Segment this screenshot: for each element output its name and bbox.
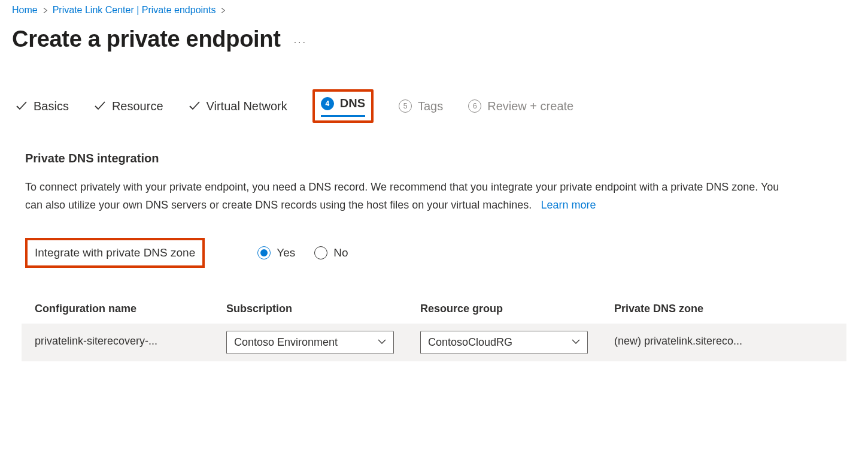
- tab-resource[interactable]: Resource: [94, 96, 163, 117]
- check-icon: [94, 100, 106, 112]
- tab-virtual-network-label: Virtual Network: [207, 99, 287, 113]
- breadcrumb-private-link-center[interactable]: Private Link Center | Private endpoints: [53, 5, 216, 16]
- dns-config-table: Configuration name Subscription Resource…: [22, 294, 846, 361]
- tab-virtual-network[interactable]: Virtual Network: [189, 96, 287, 117]
- section-description: To connect privately with your private e…: [25, 179, 779, 214]
- section-title: Private DNS integration: [25, 152, 843, 165]
- check-icon: [189, 100, 201, 112]
- radio-yes[interactable]: Yes: [257, 246, 295, 259]
- more-actions-button[interactable]: ···: [294, 31, 307, 48]
- tab-tags-label: Tags: [418, 99, 443, 113]
- breadcrumb-home-link[interactable]: Home: [12, 5, 38, 16]
- th-configuration-name: Configuration name: [22, 294, 213, 324]
- tab-review-create-label: Review + create: [487, 99, 573, 113]
- th-subscription: Subscription: [213, 294, 407, 324]
- radio-no[interactable]: No: [314, 246, 348, 259]
- tab-dns[interactable]: 4 DNS: [321, 93, 365, 117]
- dns-section: Private DNS integration To connect priva…: [12, 152, 856, 268]
- section-description-text: To connect privately with your private e…: [25, 181, 779, 211]
- breadcrumb: Home Private Link Center | Private endpo…: [12, 5, 856, 16]
- chevron-down-icon: [572, 336, 580, 349]
- subscription-dropdown-value: Contoso Environment: [234, 336, 338, 349]
- step-number-icon: 5: [399, 99, 412, 113]
- step-number-icon: 6: [468, 99, 481, 113]
- chevron-right-icon: [220, 6, 226, 15]
- learn-more-link[interactable]: Learn more: [541, 199, 596, 211]
- tab-tags[interactable]: 5 Tags: [399, 96, 443, 117]
- chevron-right-icon: [43, 6, 48, 15]
- cell-config-name: privatelink-siterecovery-...: [35, 335, 157, 348]
- subscription-dropdown[interactable]: Contoso Environment: [226, 331, 394, 354]
- tab-resource-label: Resource: [112, 99, 163, 113]
- cell-private-dns-zone: (new) privatelink.sitereco...: [614, 335, 742, 348]
- radio-no-label: No: [333, 246, 348, 259]
- table-row: privatelink-siterecovery-... Contoso Env…: [22, 324, 846, 361]
- integrate-dns-radiogroup: Yes No: [257, 246, 348, 259]
- wizard-tabs: Basics Resource Virtual Network 4 DNS 5 …: [12, 89, 856, 123]
- table-header-row: Configuration name Subscription Resource…: [22, 294, 846, 324]
- th-resource-group: Resource group: [407, 294, 601, 324]
- radio-yes-label: Yes: [277, 246, 295, 259]
- resource-group-dropdown-value: ContosoCloudRG: [428, 336, 512, 349]
- resource-group-dropdown[interactable]: ContosoCloudRG: [420, 331, 588, 354]
- tab-basics-label: Basics: [34, 99, 69, 113]
- chevron-down-icon: [378, 336, 386, 349]
- step-number-icon: 4: [321, 97, 334, 110]
- highlight-dns-tab: 4 DNS: [312, 89, 374, 123]
- tab-basics[interactable]: Basics: [16, 96, 69, 117]
- page-title: Create a private endpoint: [12, 26, 281, 52]
- tab-review-create[interactable]: 6 Review + create: [468, 96, 573, 117]
- radio-icon: [314, 246, 327, 259]
- check-icon: [16, 100, 28, 112]
- integrate-dns-label: Integrate with private DNS zone: [25, 238, 205, 268]
- integrate-dns-row: Integrate with private DNS zone Yes No: [25, 238, 843, 268]
- th-private-dns-zone: Private DNS zone: [601, 294, 846, 324]
- tab-dns-label: DNS: [340, 96, 365, 110]
- radio-icon: [257, 246, 271, 259]
- page-title-row: Create a private endpoint ···: [12, 26, 856, 52]
